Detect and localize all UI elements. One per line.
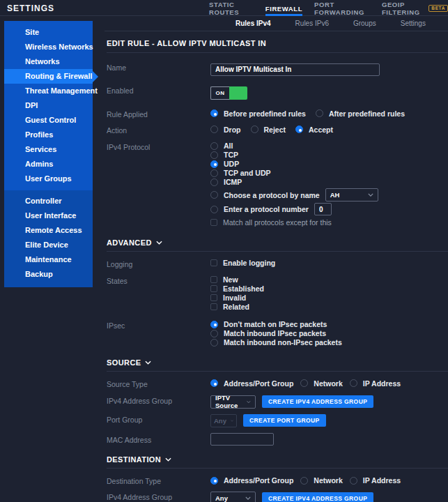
ipsec-row: IPsec Don't match on IPsec packets Match…	[107, 320, 448, 347]
radio-destination-ip-address[interactable]: IP Address	[350, 476, 401, 485]
sidebar-item-user-interface[interactable]: User Interface	[4, 208, 93, 223]
radio-ipsec-dont-match[interactable]: Don't match on IPsec packets	[210, 320, 448, 329]
option-label: TCP	[224, 151, 238, 159]
radio-protocol-udp[interactable]: UDP	[210, 160, 448, 169]
sidebar-item-user-groups[interactable]: User Groups	[4, 172, 93, 186]
mac-address-row: MAC Address	[107, 432, 448, 446]
radio-source-ip-address[interactable]: IP Address	[350, 379, 401, 388]
advanced-section-header[interactable]: ADVANCED	[107, 238, 448, 252]
checkbox-enable-logging[interactable]: Enable logging	[210, 259, 448, 267]
sidebar-secondary-group: Controller User Interface Remote Access …	[4, 190, 93, 287]
sidebar-item-maintenance[interactable]: Maintenance	[4, 252, 93, 267]
radio-protocol-tcp[interactable]: TCP	[210, 151, 448, 160]
option-label: Enable logging	[223, 259, 275, 267]
radio-icon	[210, 206, 218, 213]
option-label: Drop	[224, 126, 241, 134]
radio-before-predefined-rules[interactable]: Before predefined rules	[210, 109, 306, 118]
option-label: Don't match on IPsec packets	[224, 320, 327, 328]
create-ipv4-address-group-button[interactable]: CREATE IPV4 ADDRESS GROUP	[262, 395, 373, 408]
subtab-rules-ipv4[interactable]: Rules IPv4	[235, 20, 271, 27]
name-row: Name	[107, 62, 448, 76]
destination-type-label: Destination Type	[107, 476, 210, 485]
option-label: ICMP	[224, 178, 242, 186]
radio-icon	[210, 151, 218, 159]
source-ipv4-group-select[interactable]: IPTV Source	[210, 395, 256, 409]
source-port-group-select: Any	[210, 414, 237, 427]
source-port-group-row: Port Group Any CREATE PORT GROUP	[107, 414, 448, 427]
source-section-header[interactable]: SOURCE	[107, 358, 448, 372]
tab-geoip-filtering[interactable]: GEOIP FILTERING BETA	[382, 0, 448, 16]
enabled-row: Enabled ON	[107, 85, 448, 100]
checkbox-icon	[210, 276, 217, 283]
radio-ipsec-match-inbound[interactable]: Match inbound IPsec packets	[210, 329, 448, 338]
option-label: Related	[223, 303, 249, 311]
radio-destination-network[interactable]: Network	[300, 476, 342, 485]
checkbox-state-established[interactable]: Established	[210, 284, 448, 294]
radio-protocol-by-name[interactable]: Choose a protocol by name AH	[210, 188, 448, 202]
sidebar-item-threat-management[interactable]: Threat Management	[4, 84, 93, 98]
option-label: Invalid	[223, 294, 246, 302]
radio-icon	[300, 379, 308, 387]
sidebar-primary-group: Site Wireless Networks Networks Routing …	[4, 21, 93, 190]
option-label: TCP and UDP	[224, 169, 270, 177]
sidebar-item-controller[interactable]: Controller	[4, 194, 93, 208]
radio-icon	[210, 178, 218, 186]
edit-rule-form: EDIT RULE - ALLOW IPTV MULTICAST IN Name…	[105, 31, 448, 502]
sidebar-item-networks[interactable]: Networks	[4, 54, 93, 69]
radio-protocol-number[interactable]: Enter a protocol number	[210, 203, 448, 216]
destination-ipv4-group-select[interactable]: Any	[210, 492, 256, 502]
checkbox-state-related[interactable]: Related	[210, 303, 448, 312]
checkbox-icon	[210, 294, 217, 301]
create-port-group-button[interactable]: CREATE PORT GROUP	[243, 414, 326, 427]
radio-protocol-tcp-udp[interactable]: TCP and UDP	[210, 169, 448, 178]
sidebar-item-site[interactable]: Site	[4, 25, 93, 40]
protocol-name-select[interactable]: AH	[325, 188, 378, 201]
chevron-down-icon	[231, 419, 233, 423]
subtab-groups[interactable]: Groups	[353, 20, 376, 27]
sidebar-item-dpi[interactable]: DPI	[4, 98, 93, 113]
subtab-settings[interactable]: Settings	[401, 20, 426, 27]
sidebar-item-remote-access[interactable]: Remote Access	[4, 223, 93, 238]
checkbox-state-invalid[interactable]: Invalid	[210, 294, 448, 303]
radio-ipsec-match-inbound-non[interactable]: Match inbound non-IPsec packets	[210, 338, 448, 347]
radio-protocol-all[interactable]: All	[210, 142, 448, 151]
sidebar-item-routing-firewall[interactable]: Routing & Firewall	[4, 69, 93, 84]
tab-static-routes[interactable]: STATIC ROUTES	[209, 0, 254, 16]
sidebar-item-elite-device[interactable]: Elite Device	[4, 238, 93, 252]
action-label: Action	[107, 125, 210, 135]
radio-source-network[interactable]: Network	[300, 379, 342, 388]
radio-source-address-port-group[interactable]: Address/Port Group	[210, 379, 293, 388]
enabled-label: Enabled	[107, 85, 210, 95]
select-value: AH	[330, 191, 340, 199]
radio-after-predefined-rules[interactable]: After predefined rules	[316, 109, 405, 118]
sidebar-item-guest-control[interactable]: Guest Control	[4, 113, 93, 128]
radio-icon	[210, 379, 218, 387]
tab-port-forwarding[interactable]: PORT FORWARDING	[314, 0, 370, 16]
checkbox-state-new[interactable]: New	[210, 275, 448, 284]
sidebar-item-admins[interactable]: Admins	[4, 157, 93, 172]
checkbox-match-all-except[interactable]: Match all protocols except for this	[210, 218, 448, 227]
logging-label: Logging	[107, 259, 210, 268]
sidebar-item-backup[interactable]: Backup	[4, 267, 93, 282]
subtab-rules-ipv6[interactable]: Rules IPv6	[295, 20, 329, 27]
radio-destination-address-port-group[interactable]: Address/Port Group	[210, 476, 293, 485]
destination-section-header[interactable]: DESTINATION	[107, 455, 448, 469]
radio-icon	[350, 477, 357, 485]
radio-protocol-icmp[interactable]: ICMP	[210, 178, 448, 187]
radio-accept[interactable]: Accept	[295, 126, 333, 134]
radio-reject[interactable]: Reject	[251, 126, 286, 134]
tab-firewall[interactable]: FIREWALL	[265, 0, 302, 16]
create-ipv4-address-group-button[interactable]: CREATE IPV4 ADDRESS GROUP	[262, 492, 373, 502]
top-bar: SETTINGS STATIC ROUTES FIREWALL PORT FOR…	[0, 0, 448, 16]
radio-drop[interactable]: Drop	[210, 126, 241, 134]
action-row: Action Drop Reject Accept	[107, 125, 448, 135]
protocol-number-input[interactable]	[314, 203, 332, 215]
sidebar-item-wireless-networks[interactable]: Wireless Networks	[4, 40, 93, 54]
sidebar-item-services[interactable]: Services	[4, 142, 93, 157]
name-input[interactable]	[210, 63, 380, 76]
enabled-toggle[interactable]: ON	[210, 86, 247, 100]
option-label: UDP	[224, 160, 239, 168]
mac-address-input[interactable]	[210, 433, 274, 446]
checkbox-icon	[210, 219, 217, 226]
sidebar-item-profiles[interactable]: Profiles	[4, 128, 93, 142]
